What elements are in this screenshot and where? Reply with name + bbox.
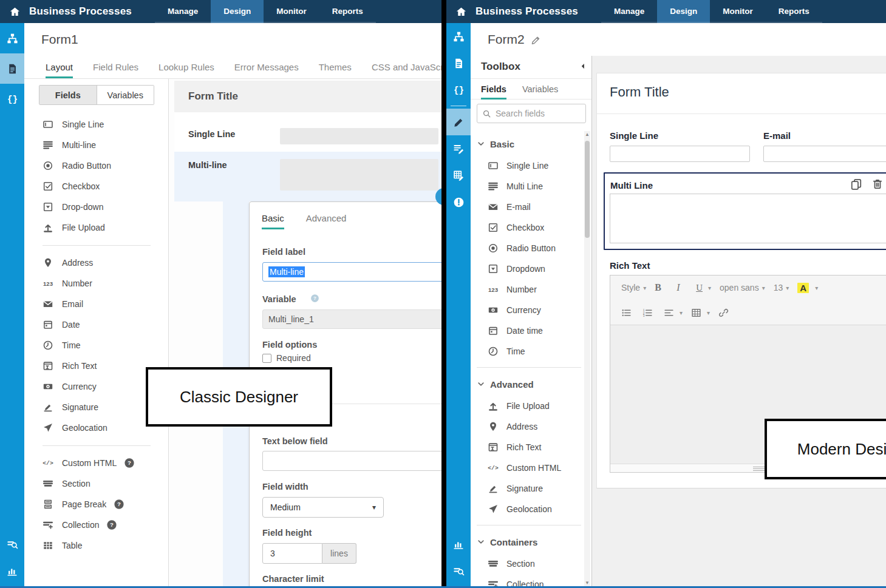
field-type-item[interactable] (24, 238, 168, 252)
audit-search-icon[interactable] (0, 531, 24, 558)
toggle-option[interactable]: Variables (97, 86, 154, 104)
toolbox-item[interactable]: </> Custom HTML (471, 458, 583, 478)
underline-dropdown[interactable]: U▾ (696, 283, 711, 293)
toolbox-scrollbar[interactable]: ▲ ▼ (584, 131, 590, 587)
rename-form-icon[interactable] (531, 35, 541, 45)
properties-tab[interactable]: Advanced (306, 213, 347, 229)
field-type-item[interactable]: 123 Number (24, 273, 168, 294)
chart-icon[interactable] (446, 531, 471, 558)
toolbox-item[interactable]: Checkbox (471, 217, 583, 238)
toolbox-item[interactable] (471, 362, 583, 373)
toolbox-item[interactable]: Time (471, 341, 583, 362)
form-document-icon[interactable] (446, 50, 471, 76)
single-line-field-row[interactable]: Single Line (174, 112, 441, 152)
toolbox-item[interactable]: Rich Text (471, 437, 583, 458)
insert-table-dropdown[interactable]: ▾ (691, 308, 710, 318)
field-type-item[interactable]: Collection ? (24, 515, 168, 535)
multi-line-textarea[interactable] (610, 194, 886, 243)
field-type-item[interactable]: </> Custom HTML ? (24, 453, 168, 473)
field-type-item[interactable]: Date (24, 314, 168, 335)
table-rules-icon[interactable] (446, 162, 471, 189)
nav-item[interactable]: Design (211, 0, 264, 23)
style-dropdown[interactable]: Style▾ (621, 283, 646, 292)
field-type-item[interactable]: File Upload (24, 217, 168, 238)
nav-item[interactable]: Reports (766, 0, 822, 23)
canvas-form-title[interactable]: Form Title (610, 84, 669, 100)
help-icon[interactable]: ? (124, 458, 135, 468)
field-type-item[interactable]: Single Line (24, 114, 168, 135)
search-fields-box[interactable] (477, 104, 586, 123)
braces-icon[interactable]: {} (0, 84, 24, 114)
designer-tab[interactable]: Error Messages (234, 56, 299, 78)
text-below-input[interactable] (262, 451, 441, 471)
field-type-item[interactable]: Table (24, 535, 168, 556)
home-icon[interactable] (453, 4, 469, 19)
duplicate-field-icon[interactable] (850, 178, 862, 190)
field-height-input[interactable]: 3 (262, 543, 322, 564)
sitemap-icon[interactable] (446, 23, 471, 50)
field-type-item[interactable]: Email (24, 294, 168, 314)
field-rules-icon[interactable] (446, 135, 471, 162)
toolbox-item[interactable]: 123 Number (471, 279, 583, 300)
field-type-item[interactable]: Page Break ? (24, 494, 168, 515)
nav-item[interactable]: Monitor (264, 0, 319, 23)
toolbox-item[interactable]: Single Line (471, 155, 583, 176)
nav-item[interactable]: Monitor (710, 0, 766, 23)
highlight-color-dropdown[interactable]: A▾ (797, 283, 818, 293)
numbered-list-button[interactable]: 123 (642, 308, 655, 318)
field-type-item[interactable] (24, 438, 168, 453)
design-pencil-icon[interactable] (446, 109, 471, 135)
designer-tab[interactable]: CSS and JavaScript (372, 56, 441, 78)
nav-item[interactable]: Reports (319, 0, 376, 23)
toolbox-item[interactable]: Containers (471, 530, 583, 553)
field-type-item[interactable]: Section (24, 473, 168, 494)
error-messages-icon[interactable] (446, 189, 471, 215)
field-type-item[interactable]: Address (24, 252, 168, 273)
field-type-item[interactable]: Radio Button (24, 155, 168, 176)
scroll-up-arrow[interactable]: ▲ (584, 131, 590, 138)
toolbox-item[interactable]: Currency (471, 300, 583, 320)
email-input[interactable] (763, 146, 886, 162)
help-icon[interactable]: ? (114, 499, 124, 510)
field-type-item[interactable]: Drop-down (24, 197, 168, 217)
field-type-item[interactable]: Checkbox (24, 176, 168, 197)
designer-tab[interactable]: Layout (46, 56, 73, 78)
multi-line-field-row-selected[interactable]: Multi-line (174, 152, 441, 201)
toolbox-item[interactable]: Dropdown (471, 259, 583, 279)
collapse-toolbox-icon[interactable] (579, 63, 587, 70)
toolbox-item[interactable]: Date time (471, 320, 583, 341)
designer-tab[interactable]: Field Rules (93, 56, 138, 78)
field-type-item[interactable]: Time (24, 335, 168, 356)
toolbox-tab[interactable]: Variables (522, 79, 558, 99)
form-title-bar[interactable]: Form Title (174, 81, 441, 112)
font-family-dropdown[interactable]: open sans▾ (720, 283, 765, 292)
variable-help-icon[interactable]: ? (310, 294, 319, 303)
delete-field-icon[interactable] (871, 178, 884, 190)
toolbox-item[interactable]: Radio Button (471, 238, 583, 259)
toolbox-item[interactable]: Multi Line (471, 176, 583, 197)
field-type-item[interactable]: Multi-line (24, 135, 168, 155)
required-checkbox[interactable] (262, 354, 271, 363)
home-icon[interactable] (7, 4, 22, 19)
toolbox-tab[interactable]: Fields (481, 79, 506, 99)
toolbox-item[interactable]: Basic (471, 132, 583, 155)
align-dropdown[interactable]: ▾ (664, 308, 683, 318)
toolbox-item[interactable]: Advanced (471, 373, 583, 396)
chart-icon[interactable] (0, 558, 24, 584)
toggle-option[interactable]: Fields (39, 86, 97, 104)
toolbox-item[interactable] (471, 519, 583, 530)
toolbox-item[interactable]: Address (471, 416, 583, 437)
toolbox-item[interactable]: File Upload (471, 396, 583, 416)
field-width-select[interactable]: Medium ▾ (262, 497, 384, 518)
link-button[interactable] (718, 308, 731, 318)
audit-search-icon[interactable] (446, 558, 471, 584)
search-fields-input[interactable] (496, 109, 568, 118)
properties-tab[interactable]: Basic (262, 213, 284, 229)
designer-tab[interactable]: Lookup Rules (158, 56, 214, 78)
font-size-dropdown[interactable]: 13▾ (774, 283, 789, 292)
form-document-icon[interactable] (0, 53, 24, 84)
multi-line-input[interactable] (280, 159, 438, 191)
toolbox-item[interactable]: Section (471, 553, 583, 574)
designer-tab[interactable]: Themes (319, 56, 352, 78)
help-icon[interactable]: ? (106, 519, 117, 530)
